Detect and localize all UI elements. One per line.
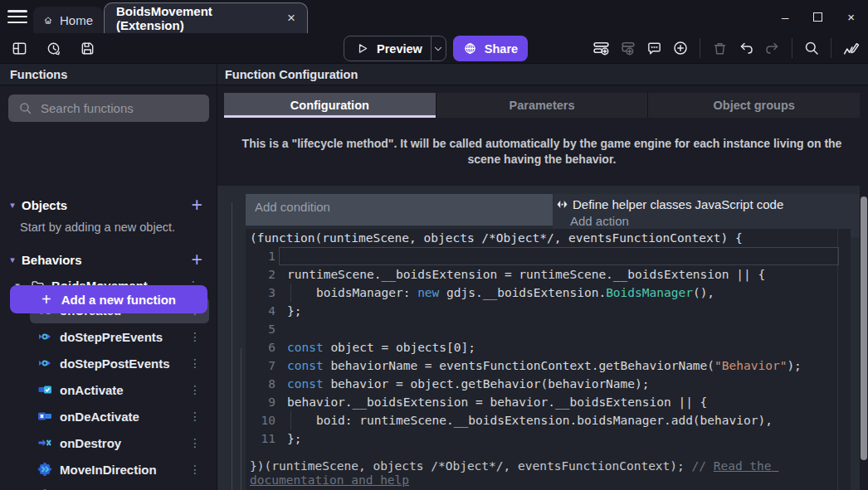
js-code-editor[interactable]: (function(runtimeScene, objects /*Object… [246, 229, 851, 490]
config-tabs: ConfigurationParametersObject groups [224, 93, 860, 118]
add-function-label: Add a new function [61, 293, 176, 307]
history-icon[interactable] [42, 37, 64, 59]
minimize-icon[interactable]: – [782, 10, 788, 24]
share-button-label: Share [485, 42, 518, 56]
function-configuration-panel: Function Configuration ConfigurationPara… [217, 63, 868, 490]
collapse-caret-icon[interactable]: ▾ [7, 200, 18, 211]
search-icon[interactable] [801, 37, 822, 59]
code-line-5[interactable]: 5 [246, 320, 851, 338]
code-line-1[interactable]: 1 [246, 247, 851, 265]
add-event-icon[interactable] [590, 37, 612, 59]
code-line-7[interactable]: 7const behaviorName = eventsFunctionCont… [246, 357, 851, 375]
zigzag-pen-icon[interactable] [840, 37, 861, 59]
tab-configuration[interactable]: Configuration [224, 93, 436, 118]
code-line-11[interactable]: 11}; [246, 429, 851, 448]
function-item-onDeActivate[interactable]: onDeActivate⋮ [30, 403, 209, 429]
kebab-menu-icon[interactable]: ⋮ [189, 383, 201, 396]
add-condition-button[interactable]: Add condition [246, 194, 553, 226]
function-item-doStepPreEvents[interactable]: doStepPreEvents⋮ [30, 323, 209, 350]
footer-comment: // [692, 459, 714, 473]
line-number: 7 [246, 357, 276, 375]
home-icon [43, 13, 53, 27]
behaviors-section-row: ▾ Behaviors + [0, 248, 217, 271]
preview-dropdown-button[interactable] [431, 43, 446, 55]
function-label: doStepPreEvents [60, 330, 163, 344]
code-line-9[interactable]: 9behavior.__boidsExtension = behavior.__… [246, 393, 851, 411]
objects-empty-hint: Start by adding a new object. [20, 221, 175, 234]
behaviors-section-title: Behaviors [22, 253, 82, 267]
hamburger-menu-icon[interactable] [7, 7, 28, 26]
deactivate-icon [38, 410, 51, 423]
gear-icon [38, 463, 51, 476]
function-item-MoveToPosition[interactable]: MoveToPosition⋮ [30, 483, 209, 490]
search-placeholder: Search functions [41, 101, 134, 115]
close-window-icon[interactable]: × [847, 10, 855, 24]
kebab-menu-icon[interactable]: ⋮ [189, 330, 201, 343]
gdevelop-window: Home BoidsMovement (Extension) × – × [0, 0, 868, 490]
function-label: onDeActivate [60, 410, 139, 424]
add-behavior-icon[interactable]: + [192, 251, 202, 268]
step-icon [38, 330, 51, 343]
play-icon [355, 41, 369, 56]
close-tab-icon[interactable]: × [287, 10, 295, 27]
chevron-down-icon [432, 43, 444, 55]
functions-sidebar: Functions Search functions ▾ Objects + S… [0, 63, 217, 490]
tab-parameters[interactable]: Parameters [436, 93, 648, 118]
code-line-10[interactable]: 10 boid: runtimeScene.__boidsExtension.b… [246, 411, 851, 429]
function-item-MoveInDirection[interactable]: MoveInDirection⋮ [30, 456, 209, 483]
line-number: 10 [246, 411, 276, 429]
kebab-menu-icon[interactable]: ⋮ [189, 410, 201, 423]
preview-button[interactable]: Preview [344, 36, 446, 61]
vertical-scrollbar[interactable] [861, 196, 867, 460]
lifecycle-description: This is a "lifecycle method". It will be… [224, 136, 860, 167]
home-tab-label: Home [60, 13, 93, 27]
code-line-4[interactable]: 4}; [246, 302, 851, 320]
js-event-title[interactable]: Define helper classes JavaScript code [553, 194, 860, 211]
redo-icon[interactable] [762, 37, 783, 59]
maximize-icon[interactable] [813, 12, 822, 22]
undo-icon[interactable] [735, 37, 757, 59]
add-object-icon[interactable]: + [192, 196, 202, 213]
add-subevent-icon[interactable] [617, 37, 638, 59]
panels-layout-icon[interactable] [8, 37, 30, 59]
tab-home[interactable]: Home [33, 7, 103, 33]
add-circle-icon[interactable] [670, 37, 691, 59]
kebab-menu-icon[interactable]: ⋮ [189, 436, 201, 449]
js-code-icon [556, 199, 568, 210]
events-sheet[interactable]: Add condition Define helper classes Java… [217, 186, 860, 490]
tab-document[interactable]: BoidsMovement (Extension) × [104, 2, 308, 33]
step-icon [38, 357, 51, 370]
search-icon [18, 101, 32, 115]
sidebar-header: Functions [0, 63, 217, 85]
function-label: MoveInDirection [60, 463, 157, 477]
function-item-onActivate[interactable]: onActivate⋮ [30, 376, 209, 403]
share-button[interactable]: Share [453, 36, 528, 61]
line-number: 4 [246, 302, 276, 320]
code-line-6[interactable]: 6const object = objects[0]; [246, 338, 851, 357]
comment-icon[interactable] [643, 37, 665, 59]
function-label: onActivate [60, 383, 124, 397]
line-number: 1 [246, 247, 276, 265]
titlebar: Home BoidsMovement (Extension) × – × [0, 0, 868, 33]
line-number: 8 [246, 375, 276, 393]
tab-object-groups[interactable]: Object groups [647, 93, 860, 118]
collapse-caret-icon[interactable]: ▾ [7, 255, 18, 265]
preview-button-label: Preview [377, 42, 422, 56]
code-line-3[interactable]: 3 boidsManager: new gdjs.__boidsExtensio… [246, 284, 851, 302]
kebab-menu-icon[interactable]: ⋮ [189, 463, 201, 476]
line-number: 5 [246, 320, 276, 338]
objects-section-row: ▾ Objects + [0, 193, 217, 216]
save-icon[interactable] [76, 37, 98, 59]
window-controls: – × [782, 0, 868, 33]
kebab-menu-icon[interactable]: ⋮ [189, 357, 201, 370]
code-line-2[interactable]: 2runtimeScene.__boidsExtension = runtime… [246, 265, 851, 284]
code-lines: 12runtimeScene.__boidsExtension = runtim… [246, 247, 851, 448]
function-item-onDestroy[interactable]: onDestroy⋮ [30, 429, 209, 456]
add-function-button[interactable]: + Add a new function [10, 285, 207, 313]
search-functions-input[interactable]: Search functions [8, 95, 209, 122]
function-list: onCreated⋮doStepPreEvents⋮doStepPostEven… [0, 297, 217, 490]
add-action-button[interactable]: Add action [553, 211, 860, 228]
function-item-doStepPostEvents[interactable]: doStepPostEvents⋮ [30, 350, 209, 376]
code-line-8[interactable]: 8const behavior = object.getBehavior(beh… [246, 375, 851, 393]
delete-icon[interactable] [709, 37, 730, 59]
